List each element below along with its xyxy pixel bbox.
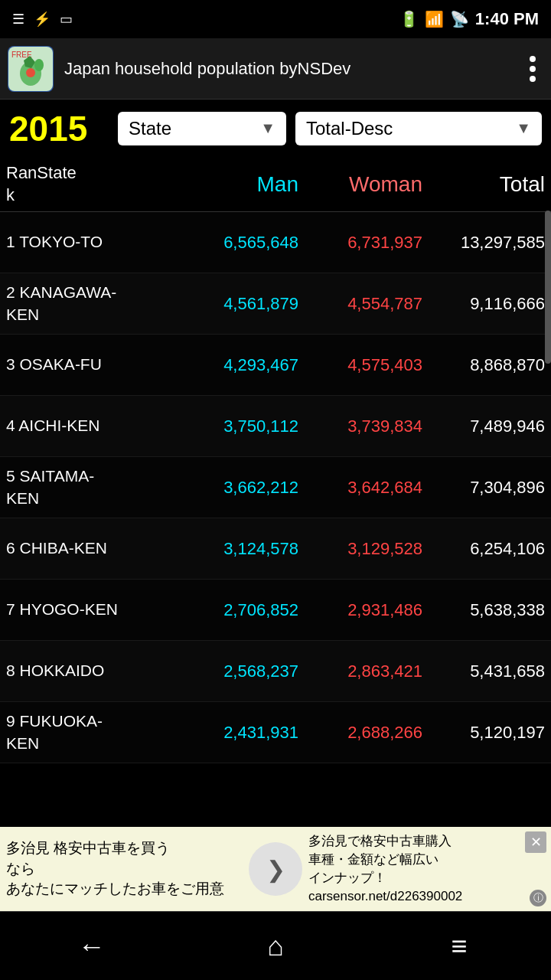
ad-text-right: 多治見で格安中古車購入 車種・金額など幅広い インナップ！ carsensor.… [308, 832, 545, 905]
sort-dropdown-label: Total-Desc [306, 118, 393, 139]
cell-rank: 4 [6, 416, 18, 434]
cell-rank: 5 [6, 467, 20, 485]
cell-state-name: FUKUOKA- KEN [6, 712, 103, 751]
table-row: 1 TOKYO-TO 6,565,648 6,731,937 13,297,58… [0, 212, 551, 273]
svg-point-5 [26, 68, 35, 77]
cell-state-name: HYOGO-KEN [20, 600, 118, 618]
table-row: 4 AICHI-KEN 3,750,112 3,739,834 7,489,94… [0, 396, 551, 457]
header-rank-state: RanState k [6, 162, 174, 206]
cell-state-name: TOKYO-TO [19, 233, 103, 250]
cell-total: 9,116,666 [422, 294, 545, 314]
cell-total: 5,120,197 [422, 723, 545, 743]
controls-row: 2015 State ▼ Total-Desc ▼ [0, 100, 551, 157]
cell-man: 4,293,467 [174, 355, 298, 375]
cell-state-name: CHIBA-KEN [20, 539, 107, 557]
android-icon: ☰ [12, 11, 24, 28]
table-row: 6 CHIBA-KEN 3,124,578 3,129,528 6,254,10… [0, 518, 551, 580]
back-button[interactable]: ← [61, 923, 122, 969]
year-label: 2015 [9, 108, 109, 149]
table-body: 1 TOKYO-TO 6,565,648 6,731,937 13,297,58… [0, 212, 551, 763]
cell-woman: 4,575,403 [298, 355, 422, 375]
cell-woman: 2,863,421 [298, 662, 422, 681]
table-row: 8 HOKKAIDO 2,568,237 2,863,421 5,431,658 [0, 641, 551, 702]
table-row: 3 OSAKA-FU 4,293,467 4,575,403 8,868,870 [0, 335, 551, 396]
status-bar: ☰ ⚡ ▭ 🔋 📶 📡 1:40 PM [0, 0, 551, 38]
home-button[interactable]: ⌂ [245, 923, 306, 969]
cell-rank: 9 [6, 712, 20, 730]
nav-bar: ← ⌂ ≡ [0, 911, 551, 980]
app-menu-button[interactable] [522, 48, 543, 90]
app-title: Japan household population byNSDev [64, 59, 522, 79]
menu-button[interactable]: ≡ [429, 923, 490, 969]
cell-man: 3,124,578 [174, 539, 298, 559]
cell-state-name: KANAGAWA- KEN [6, 283, 116, 322]
cell-state-name: HOKKAIDO [20, 662, 105, 679]
table-row: 5 SAITAMA- KEN 3,662,212 3,642,684 7,304… [0, 457, 551, 518]
status-time: 1:40 PM [475, 9, 539, 29]
cell-woman: 2,688,266 [298, 723, 422, 743]
table-row: 9 FUKUOKA- KEN 2,431,931 2,688,266 5,120… [0, 702, 551, 763]
cell-woman: 2,931,486 [298, 600, 422, 620]
header-man: Man [174, 172, 298, 197]
cell-state-name: OSAKA-FU [20, 355, 102, 373]
cell-rank-state: 3 OSAKA-FU [6, 354, 174, 375]
ad-arrow-button[interactable]: ❯ [249, 842, 302, 896]
svg-point-4 [34, 59, 44, 71]
state-dropdown-arrow: ▼ [260, 119, 276, 137]
cell-rank-state: 9 FUKUOKA- KEN [6, 710, 174, 754]
cell-state-name: SAITAMA- KEN [6, 467, 94, 506]
cell-total: 8,868,870 [422, 355, 545, 375]
home-icon: ⌂ [267, 930, 284, 962]
back-icon: ← [78, 930, 106, 962]
cell-rank: 7 [6, 600, 20, 618]
cell-total: 7,304,896 [422, 478, 545, 498]
cell-rank: 2 [6, 283, 20, 301]
ad-banner: 多治見 格安中古車を買う なら あなたにマッチしたお車をご用意 ❯ 多治見で格安… [0, 827, 551, 911]
cell-man: 2,568,237 [174, 662, 298, 681]
cell-rank-state: 5 SAITAMA- KEN [6, 466, 174, 509]
header-woman: Woman [298, 172, 422, 197]
cell-woman: 4,554,787 [298, 294, 422, 314]
sim-icon: ▭ [60, 11, 73, 28]
cell-rank-state: 4 AICHI-KEN [6, 415, 174, 436]
cell-rank: 6 [6, 539, 20, 557]
table-header: RanState k Man Woman Total [0, 157, 551, 212]
sort-dropdown-arrow: ▼ [516, 119, 531, 137]
cell-rank-state: 1 TOKYO-TO [6, 231, 174, 253]
state-dropdown[interactable]: State ▼ [118, 112, 286, 145]
cell-rank-state: 7 HYOGO-KEN [6, 599, 174, 620]
cell-woman: 3,129,528 [298, 539, 422, 559]
cell-total: 5,431,658 [422, 662, 545, 681]
cell-total: 6,254,106 [422, 539, 545, 559]
app-icon: FREE [8, 46, 54, 92]
table-row: 7 HYOGO-KEN 2,706,852 2,931,486 5,638,33… [0, 580, 551, 641]
cell-woman: 6,731,937 [298, 233, 422, 253]
cell-rank: 1 [6, 233, 19, 250]
ad-close-button[interactable]: ✕ [525, 831, 546, 853]
app-bar: FREE Japan household population byNSDev [0, 38, 551, 100]
battery-icon: 🔋 [399, 10, 419, 28]
cell-total: 13,297,585 [422, 233, 545, 253]
scrollbar[interactable] [545, 211, 551, 364]
cell-man: 3,662,212 [174, 478, 298, 498]
cell-rank: 8 [6, 662, 20, 679]
usb-icon: ⚡ [34, 11, 51, 28]
cell-state-name: AICHI-KEN [18, 416, 99, 434]
cell-rank-state: 2 KANAGAWA- KEN [6, 282, 174, 325]
table-row: 2 KANAGAWA- KEN 4,561,879 4,554,787 9,11… [0, 273, 551, 335]
cell-woman: 3,739,834 [298, 416, 422, 436]
cell-rank: 3 [6, 355, 20, 373]
cell-man: 3,750,112 [174, 416, 298, 436]
header-total: Total [422, 172, 545, 197]
menu-icon: ≡ [451, 930, 467, 962]
sort-dropdown[interactable]: Total-Desc ▼ [295, 112, 542, 145]
cell-rank-state: 8 HOKKAIDO [6, 660, 174, 681]
cell-total: 7,489,946 [422, 416, 545, 436]
cell-man: 2,431,931 [174, 723, 298, 743]
signal-icon: 📡 [450, 10, 469, 28]
ad-info-button[interactable]: ⓘ [530, 890, 546, 906]
cell-man: 4,561,879 [174, 294, 298, 314]
wifi-icon: 📶 [425, 10, 444, 28]
ad-text-left: 多治見 格安中古車を買う なら あなたにマッチしたお車をご用意 [6, 838, 243, 900]
cell-man: 2,706,852 [174, 600, 298, 620]
